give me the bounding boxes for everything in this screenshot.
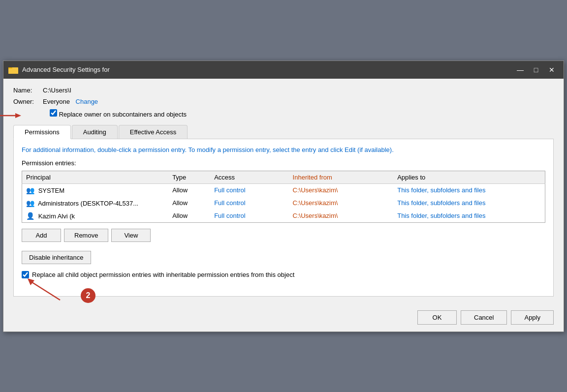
apply-button[interactable]: Apply xyxy=(511,310,554,325)
remove-button[interactable]: Remove xyxy=(64,229,108,242)
table-row[interactable]: 👥 Administrators (DESKTOP-4L537... Allow… xyxy=(22,197,545,210)
bottom-buttons: OK Cancel Apply xyxy=(3,304,564,332)
user-icon: 👤 xyxy=(26,212,34,220)
replace-owner-label: Replace owner on subcontainers and objec… xyxy=(59,111,187,118)
owner-label: Owner: xyxy=(13,98,43,105)
window-title: Advanced Security Settings for xyxy=(22,66,110,73)
col-header-access: Access xyxy=(210,171,288,183)
owner-name: Everyone xyxy=(43,98,70,105)
principal-system: 👥 SYSTEM xyxy=(22,183,169,197)
inherited-admins: C:\Users\kazim\ xyxy=(289,197,394,210)
replace-child-label: Replace all child object permission entr… xyxy=(32,271,294,278)
table-row[interactable]: 👤 Kazim Alvi (k Allow Full control C:\Us… xyxy=(22,210,545,223)
content-area: Name: C:\Users\I Owner: Everyone Change … xyxy=(3,79,564,304)
arrow-1-icon xyxy=(0,111,21,121)
minimize-button[interactable]: — xyxy=(513,64,527,75)
svg-line-5 xyxy=(31,281,60,300)
type-system: Allow xyxy=(168,183,210,197)
maximize-button[interactable]: □ xyxy=(529,64,543,75)
svg-marker-6 xyxy=(28,278,34,285)
action-buttons-row: Add Remove View xyxy=(22,229,545,242)
view-button[interactable]: View xyxy=(111,229,151,242)
cancel-button[interactable]: Cancel xyxy=(461,310,507,325)
badge-2: 2 xyxy=(81,288,95,303)
type-admins: Allow xyxy=(168,197,210,210)
access-admins: Full control xyxy=(210,197,288,210)
disable-inheritance-button[interactable]: Disable inheritance xyxy=(22,251,91,264)
title-bar: Advanced Security Settings for — □ ✕ xyxy=(3,61,564,79)
title-bar-buttons: — □ ✕ xyxy=(513,64,559,75)
tab-permissions[interactable]: Permissions xyxy=(13,125,71,139)
owner-value: Everyone Change xyxy=(43,98,98,105)
applies-system: This folder, subfolders and files xyxy=(393,183,545,197)
group-icon: 👥 xyxy=(26,186,34,194)
type-kazim: Allow xyxy=(168,210,210,223)
inherited-system: C:\Users\kazim\ xyxy=(289,183,394,197)
access-system: Full control xyxy=(210,183,288,197)
info-text: For additional information, double-click… xyxy=(22,146,545,153)
col-header-principal: Principal xyxy=(22,171,169,183)
permissions-content: For additional information, double-click… xyxy=(13,139,554,297)
group-icon: 👥 xyxy=(26,199,34,207)
principal-kazim: 👤 Kazim Alvi (k xyxy=(22,210,169,223)
replace-child-row: Replace all child object permission entr… xyxy=(22,271,545,278)
table-row[interactable]: 👥 SYSTEM Allow Full control C:\Users\kaz… xyxy=(22,183,545,197)
arrow-2-icon xyxy=(26,276,65,301)
col-header-type: Type xyxy=(168,171,210,183)
col-header-applies: Applies to xyxy=(393,171,545,183)
col-header-inherited: Inherited from xyxy=(289,171,394,183)
tab-auditing[interactable]: Auditing xyxy=(72,125,118,139)
change-owner-link[interactable]: Change xyxy=(76,98,98,105)
applies-kazim: This folder, subfolders and files xyxy=(393,210,545,223)
replace-owner-row: 1 Replace owner on subcontainers and obj… xyxy=(15,109,187,118)
title-bar-left: Advanced Security Settings for xyxy=(8,66,110,74)
svg-marker-4 xyxy=(15,113,21,118)
inherited-kazim: C:\Users\kazim\ xyxy=(289,210,394,223)
applies-admins: This folder, subfolders and files xyxy=(393,197,545,210)
principal-admins: 👥 Administrators (DESKTOP-4L537... xyxy=(22,197,169,210)
permission-table: Principal Type Access Inherited from App… xyxy=(22,171,545,223)
name-label: Name: xyxy=(13,87,43,94)
close-button[interactable]: ✕ xyxy=(545,64,559,75)
owner-row: Owner: Everyone Change xyxy=(13,98,554,105)
name-value: C:\Users\I xyxy=(43,87,71,94)
name-row: Name: C:\Users\I xyxy=(13,87,554,94)
advanced-security-window: Advanced Security Settings for — □ ✕ Nam… xyxy=(3,60,564,332)
tabs-bar: Permissions Auditing Effective Access xyxy=(13,125,554,139)
folder-icon xyxy=(8,66,18,74)
ok-button[interactable]: OK xyxy=(417,310,457,325)
permission-entries-label: Permission entries: xyxy=(22,159,545,167)
tab-effective-access[interactable]: Effective Access xyxy=(119,125,188,139)
svg-rect-2 xyxy=(8,68,18,74)
add-button[interactable]: Add xyxy=(22,229,61,242)
access-kazim: Full control xyxy=(210,210,288,223)
replace-owner-checkbox[interactable] xyxy=(50,109,57,117)
replace-child-checkbox[interactable] xyxy=(22,271,29,278)
